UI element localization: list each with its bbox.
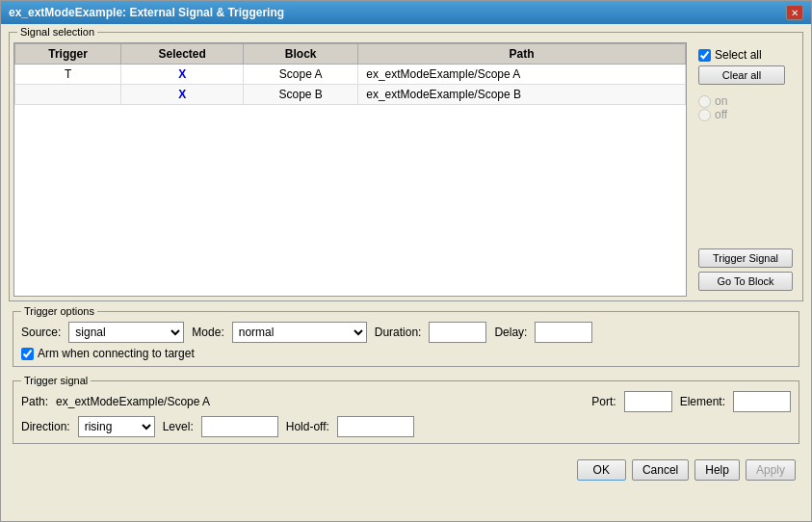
main-window: ex_extModeExample: External Signal & Tri… xyxy=(0,0,812,522)
signal-table-container: Trigger Selected Block Path T X Scope A xyxy=(13,42,687,297)
on-label: on xyxy=(715,94,727,108)
signal-selection-section: Signal selection Trigger Selected Block … xyxy=(9,32,803,301)
arm-checkbox-row: Arm when connecting to target xyxy=(21,347,791,360)
radio-off-row: off xyxy=(698,108,793,121)
cell-selected: X xyxy=(121,85,244,105)
delay-input[interactable]: 0 xyxy=(535,322,592,343)
cancel-button[interactable]: Cancel xyxy=(632,459,689,481)
select-all-label: Select all xyxy=(715,48,762,62)
col-block: Block xyxy=(244,44,358,65)
clear-all-button[interactable]: Clear all xyxy=(698,65,785,85)
on-radio xyxy=(698,95,711,108)
trigger-signal-row1: Path: ex_extModeExample/Scope A Port: 1 … xyxy=(21,391,791,412)
signal-selection-inner: Trigger Selected Block Path T X Scope A xyxy=(10,39,802,300)
direction-select[interactable]: rising falling either xyxy=(78,416,155,437)
col-path: Path xyxy=(358,44,686,65)
cell-path: ex_extModeExample/Scope A xyxy=(358,65,686,85)
level-input[interactable]: 0 xyxy=(201,416,278,437)
duration-input[interactable]: 1000 xyxy=(429,322,486,343)
help-button[interactable]: Help xyxy=(694,459,740,481)
table-row[interactable]: X Scope B ex_extModeExample/Scope B xyxy=(15,85,686,105)
direction-label: Direction: xyxy=(21,420,70,433)
sidebar-controls: Select all Clear all on off xyxy=(693,42,799,297)
element-label: Element: xyxy=(680,395,725,408)
port-input[interactable]: 1 xyxy=(624,391,672,412)
cell-block: Scope A xyxy=(244,65,358,85)
col-selected: Selected xyxy=(121,44,244,65)
off-radio xyxy=(698,109,711,121)
close-button[interactable]: ✕ xyxy=(786,5,803,20)
source-label: Source: xyxy=(21,326,61,339)
element-input[interactable]: any xyxy=(733,391,791,412)
title-bar-controls: ✕ xyxy=(786,5,803,20)
path-value: ex_extModeExample/Scope A xyxy=(56,395,210,408)
window-title: ex_extModeExample: External Signal & Tri… xyxy=(9,6,284,19)
trigger-signal-button[interactable]: Trigger Signal xyxy=(698,248,793,268)
off-label: off xyxy=(715,108,727,121)
signal-table: Trigger Selected Block Path T X Scope A xyxy=(14,43,686,105)
level-label: Level: xyxy=(163,420,194,433)
select-all-checkbox[interactable] xyxy=(698,49,711,62)
duration-label: Duration: xyxy=(375,326,422,339)
holdoff-label: Hold-off: xyxy=(286,420,329,433)
trigger-options-label: Trigger options xyxy=(21,305,97,317)
ok-button[interactable]: OK xyxy=(577,459,626,481)
select-all-row: Select all xyxy=(698,48,793,62)
arm-label: Arm when connecting to target xyxy=(38,347,195,360)
cell-trigger: T xyxy=(15,65,121,85)
cell-path: ex_extModeExample/Scope B xyxy=(358,85,686,105)
go-to-block-button[interactable]: Go To Block xyxy=(698,272,793,291)
trigger-signal-section: Trigger signal Path: ex_extModeExample/S… xyxy=(13,380,799,444)
signal-selection-label: Signal selection xyxy=(17,26,97,38)
arm-checkbox[interactable] xyxy=(21,348,34,360)
path-label: Path: xyxy=(21,395,48,408)
main-content: Signal selection Trigger Selected Block … xyxy=(1,24,811,521)
col-trigger: Trigger xyxy=(15,44,121,65)
trigger-signal-row2: Direction: rising falling either Level: … xyxy=(21,416,791,437)
table-row[interactable]: T X Scope A ex_extModeExample/Scope A xyxy=(15,65,686,85)
port-label: Port: xyxy=(591,395,616,408)
title-bar: ex_extModeExample: External Signal & Tri… xyxy=(1,1,811,24)
cell-selected: X xyxy=(121,65,244,85)
trigger-options-section: Trigger options Source: signal manual Mo… xyxy=(13,311,799,367)
mode-select[interactable]: normal auto xyxy=(232,322,367,343)
cell-trigger xyxy=(15,85,121,105)
trigger-options-row1: Source: signal manual Mode: normal auto … xyxy=(21,322,791,343)
cell-block: Scope B xyxy=(244,85,358,105)
bottom-bar: OK Cancel Help Apply xyxy=(9,454,803,486)
radio-on-row: on xyxy=(698,94,793,108)
delay-label: Delay: xyxy=(494,326,527,339)
apply-button[interactable]: Apply xyxy=(746,459,796,481)
source-select[interactable]: signal manual xyxy=(68,322,184,343)
trigger-signal-label: Trigger signal xyxy=(21,375,91,386)
holdoff-input[interactable]: 0 xyxy=(337,416,414,437)
mode-label: Mode: xyxy=(192,326,223,339)
